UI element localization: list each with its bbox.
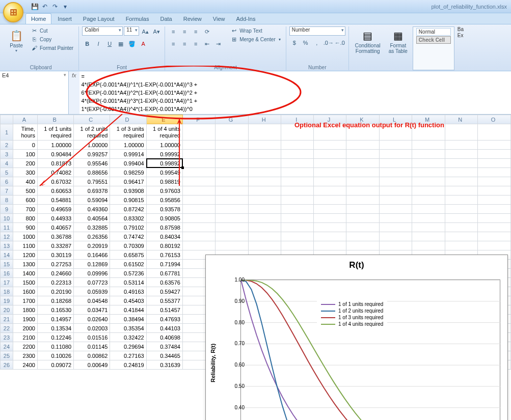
- row-header-13[interactable]: 13: [1, 241, 13, 250]
- header-E[interactable]: 1 of 4 units required: [146, 124, 182, 141]
- font-color-button[interactable]: A: [138, 39, 148, 49]
- header-B[interactable]: 1 of 1 units required: [37, 124, 73, 141]
- cell-E19[interactable]: 0.55377: [146, 296, 182, 305]
- cell-C6[interactable]: 0.79551: [74, 177, 110, 186]
- tab-home[interactable]: Home: [25, 13, 51, 24]
- align-bottom-button[interactable]: ≡: [191, 26, 201, 37]
- currency-button[interactable]: $: [289, 38, 300, 48]
- decrease-decimal-button[interactable]: ←.0: [334, 38, 344, 48]
- cell-D21[interactable]: 0.38494: [110, 315, 146, 324]
- cell-C9[interactable]: 0.49360: [74, 205, 110, 214]
- cell-A26[interactable]: 2400: [13, 360, 37, 370]
- cell-B14[interactable]: 0.30119: [37, 250, 73, 260]
- border-button[interactable]: ▦: [116, 39, 126, 49]
- row-header-2[interactable]: 2: [1, 141, 13, 150]
- cell-C18[interactable]: 0.05939: [74, 287, 110, 296]
- cell-B18[interactable]: 0.20190: [37, 287, 73, 296]
- cell-A12[interactable]: 1000: [13, 232, 37, 241]
- decrease-indent-button[interactable]: ⇤: [202, 39, 212, 49]
- cell-B20[interactable]: 0.16530: [37, 305, 73, 315]
- cell-styles-gallery[interactable]: Normal Check Cell: [413, 26, 454, 70]
- cell-D12[interactable]: 0.74742: [110, 232, 146, 241]
- comma-button[interactable]: ,: [312, 38, 322, 48]
- cell-B9[interactable]: 0.49659: [37, 205, 73, 214]
- row-header-15[interactable]: 15: [1, 260, 13, 269]
- cell-C22[interactable]: 0.02003: [74, 324, 110, 333]
- cell-E4[interactable]: 0.99892: [146, 159, 182, 168]
- row-header-26[interactable]: 26: [1, 360, 13, 370]
- cell-D16[interactable]: 0.57236: [110, 269, 146, 278]
- cell-E26[interactable]: 0.31639: [146, 360, 182, 370]
- row-header-8[interactable]: 8: [1, 195, 13, 205]
- cell-E3[interactable]: 0.99992: [146, 150, 182, 159]
- col-header-F[interactable]: F: [182, 115, 215, 124]
- cell-E22[interactable]: 0.44103: [146, 324, 182, 333]
- name-box[interactable]: E4: [0, 71, 69, 114]
- row-header-20[interactable]: 20: [1, 305, 13, 315]
- tab-insert[interactable]: Insert: [52, 14, 77, 24]
- cell-C8[interactable]: 0.59094: [74, 195, 110, 205]
- fx-label[interactable]: fx: [69, 71, 79, 114]
- cell-B16[interactable]: 0.24660: [37, 269, 73, 278]
- style-bad[interactable]: Ba: [458, 26, 464, 32]
- cell-A10[interactable]: 800: [13, 214, 37, 223]
- cell-A9[interactable]: 700: [13, 205, 37, 214]
- cell-A5[interactable]: 300: [13, 168, 37, 177]
- cell-B19[interactable]: 0.18268: [37, 296, 73, 305]
- row-header-1[interactable]: 1: [1, 124, 13, 141]
- col-header-E[interactable]: E: [146, 115, 182, 124]
- cell-B3[interactable]: 0.90484: [37, 150, 73, 159]
- cell-A18[interactable]: 1600: [13, 287, 37, 296]
- cell-C14[interactable]: 0.16466: [74, 250, 110, 260]
- row-header-4[interactable]: 4: [1, 159, 13, 168]
- header-C[interactable]: 1 of 2 units required: [74, 124, 110, 141]
- cell-A24[interactable]: 2200: [13, 342, 37, 351]
- cell-B6[interactable]: 0.67032: [37, 177, 73, 186]
- cell-B7[interactable]: 0.60653: [37, 186, 73, 195]
- cell-E17[interactable]: 0.63576: [146, 278, 182, 287]
- cell-C15[interactable]: 0.12869: [74, 260, 110, 269]
- cell-C23[interactable]: 0.01516: [74, 333, 110, 342]
- cell-E16[interactable]: 0.67781: [146, 269, 182, 278]
- cell-D15[interactable]: 0.61502: [110, 260, 146, 269]
- cell-E9[interactable]: 0.93578: [146, 205, 182, 214]
- undo-icon[interactable]: ↶: [41, 3, 49, 11]
- increase-font-button[interactable]: A▴: [140, 26, 150, 37]
- row-header-22[interactable]: 22: [1, 324, 13, 333]
- wrap-text-button[interactable]: ↩Wrap Text: [228, 26, 283, 35]
- chart-container[interactable]: R(t) Reliability, R(t) Time, hours 1 of …: [205, 255, 508, 420]
- formula-input[interactable]: = 4*(EXP(-0.001*A4))^1*(1-EXP(-0.001*A4)…: [79, 71, 511, 114]
- row-header-14[interactable]: 14: [1, 250, 13, 260]
- cell-A11[interactable]: 900: [13, 223, 37, 232]
- cell-D4[interactable]: 0.99404: [110, 159, 146, 168]
- cell-A14[interactable]: 1200: [13, 250, 37, 260]
- cell-D2[interactable]: 1.00000: [110, 141, 146, 150]
- cell-D20[interactable]: 0.41844: [110, 305, 146, 315]
- tab-formulas[interactable]: Formulas: [121, 14, 154, 24]
- cell-A3[interactable]: 100: [13, 150, 37, 159]
- cell-B2[interactable]: 1.00000: [37, 141, 73, 150]
- cell-C11[interactable]: 0.32885: [74, 223, 110, 232]
- cell-B22[interactable]: 0.13534: [37, 324, 73, 333]
- row-header-7[interactable]: 7: [1, 186, 13, 195]
- col-header-C[interactable]: C: [74, 115, 110, 124]
- cell-E23[interactable]: 0.40698: [146, 333, 182, 342]
- cell-D22[interactable]: 0.35354: [110, 324, 146, 333]
- cell-A21[interactable]: 1900: [13, 315, 37, 324]
- col-header-H[interactable]: H: [248, 115, 281, 124]
- cell-A4[interactable]: 200: [13, 159, 37, 168]
- cell-D26[interactable]: 0.24819: [110, 360, 146, 370]
- row-header-6[interactable]: 6: [1, 177, 13, 186]
- cell-D13[interactable]: 0.70309: [110, 241, 146, 250]
- decrease-font-button[interactable]: A▾: [151, 26, 162, 37]
- cell-C7[interactable]: 0.69378: [74, 186, 110, 195]
- cell-D24[interactable]: 0.29694: [110, 342, 146, 351]
- cell-D6[interactable]: 0.96417: [110, 177, 146, 186]
- cell-B4[interactable]: 0.81873: [37, 159, 73, 168]
- cell-C13[interactable]: 0.20919: [74, 241, 110, 250]
- cell-E11[interactable]: 0.87598: [146, 223, 182, 232]
- cell-D3[interactable]: 0.99914: [110, 150, 146, 159]
- cell-B10[interactable]: 0.44933: [37, 214, 73, 223]
- cell-C2[interactable]: 1.00000: [74, 141, 110, 150]
- cell-E20[interactable]: 0.51457: [146, 305, 182, 315]
